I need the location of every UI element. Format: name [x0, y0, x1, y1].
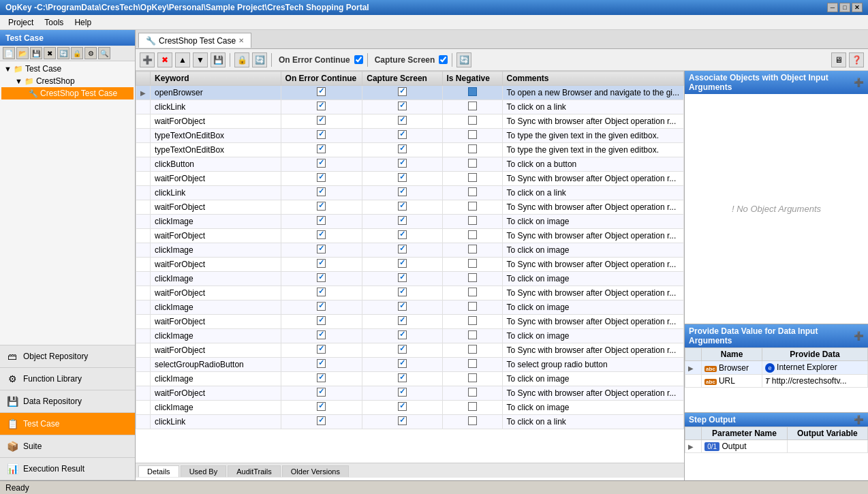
step-output-add-icon[interactable]: ➕: [854, 415, 864, 424]
row-expand[interactable]: [136, 258, 151, 272]
col-capture[interactable]: Capture Screen: [362, 72, 442, 86]
lock-button[interactable]: 🔒: [234, 52, 249, 67]
sidebar-item-test-case[interactable]: 📋 Test Case: [0, 413, 135, 435]
row-expand[interactable]: [136, 186, 151, 200]
save-button[interactable]: 💾: [211, 52, 226, 67]
row-capture[interactable]: [362, 372, 442, 386]
menu-tools[interactable]: Tools: [39, 16, 69, 29]
row-capture[interactable]: [362, 114, 442, 129]
row-capture[interactable]: [362, 315, 442, 329]
row-on-error[interactable]: [281, 329, 362, 343]
tree-new-button[interactable]: 📄: [3, 47, 15, 59]
provide-data-col-provide[interactable]: Provide Data: [762, 348, 868, 361]
tree-item-testcase-root[interactable]: ▼ 📁 Test Case: [1, 63, 134, 75]
row-expand[interactable]: [136, 200, 151, 215]
row-is-negative[interactable]: [442, 386, 502, 401]
row-on-error[interactable]: [281, 229, 362, 243]
table-scroll[interactable]: Keyword On Error Continue Capture Screen…: [136, 71, 684, 463]
capture-screen-checkbox[interactable]: [439, 55, 448, 64]
row-is-negative[interactable]: [442, 143, 502, 157]
move-up-button[interactable]: ▲: [175, 52, 190, 67]
row-on-error[interactable]: [281, 114, 362, 129]
provide-data-row2-value[interactable]: Thttp://crestechsoftv...: [762, 375, 868, 388]
col-negative[interactable]: Is Negative: [442, 72, 502, 86]
row-keyword[interactable]: waitForObject: [151, 315, 281, 329]
row-keyword[interactable]: clickImage: [151, 372, 281, 386]
row-expand[interactable]: [136, 157, 151, 172]
row-on-error[interactable]: [281, 86, 362, 100]
row-keyword[interactable]: waitForObject: [151, 386, 281, 401]
row-expand[interactable]: [136, 243, 151, 258]
row-expand[interactable]: [136, 229, 151, 243]
tree-open-button[interactable]: 📂: [16, 47, 29, 59]
row-keyword[interactable]: clickLink: [151, 186, 281, 200]
row-is-negative[interactable]: [442, 329, 502, 343]
row-on-error[interactable]: [281, 343, 362, 358]
row-keyword[interactable]: clickImage: [151, 329, 281, 343]
row-on-error[interactable]: [281, 100, 362, 114]
provide-data-row1-value[interactable]: eInternet Explorer: [762, 361, 868, 375]
row-on-error[interactable]: [281, 372, 362, 386]
row-on-error[interactable]: [281, 358, 362, 372]
tree-item-crestshop-testcase[interactable]: 🔧 CrestShop Test Case: [1, 87, 134, 99]
row-capture[interactable]: [362, 215, 442, 229]
row-keyword[interactable]: clickButton: [151, 157, 281, 172]
row-on-error[interactable]: [281, 172, 362, 186]
row-keyword[interactable]: typeTextOnEditBox: [151, 143, 281, 157]
row-is-negative[interactable]: [442, 300, 502, 315]
row-keyword[interactable]: clickImage: [151, 243, 281, 258]
row-expand[interactable]: [136, 143, 151, 157]
col-comments[interactable]: Comments: [502, 72, 684, 86]
row-capture[interactable]: [362, 172, 442, 186]
row-on-error[interactable]: [281, 186, 362, 200]
row-on-error[interactable]: [281, 215, 362, 229]
row-capture[interactable]: [362, 186, 442, 200]
tree-item-crestshop[interactable]: ▼ 📁 CrestShop: [1, 75, 134, 87]
tab-close-button[interactable]: ✕: [238, 37, 244, 44]
row-expand[interactable]: [136, 315, 151, 329]
step-output-row1-var[interactable]: [787, 440, 867, 453]
row-expand[interactable]: [136, 100, 151, 114]
add-button[interactable]: ➕: [140, 52, 155, 67]
row-keyword[interactable]: waitForObject: [151, 114, 281, 129]
row-on-error[interactable]: [281, 243, 362, 258]
row-expand[interactable]: [136, 114, 151, 129]
row-capture[interactable]: [362, 157, 442, 172]
row-capture[interactable]: [362, 258, 442, 272]
row-on-error[interactable]: [281, 300, 362, 315]
tree-settings-button[interactable]: ⚙: [84, 47, 97, 59]
row-keyword[interactable]: clickImage: [151, 215, 281, 229]
row-keyword[interactable]: clickLink: [151, 415, 281, 429]
row-on-error[interactable]: [281, 129, 362, 143]
col-on-error[interactable]: On Error Continue: [281, 72, 362, 86]
row-capture[interactable]: [362, 100, 442, 114]
row-is-negative[interactable]: [442, 100, 502, 114]
col-keyword[interactable]: Keyword: [151, 72, 281, 86]
maximize-button[interactable]: □: [839, 3, 850, 12]
row-is-negative[interactable]: [442, 172, 502, 186]
tab-crestshop-testcase[interactable]: 🔧 CrestShop Test Case ✕: [138, 33, 251, 48]
provide-data-row1-expand[interactable]: ▶: [685, 361, 702, 375]
sidebar-item-function-library[interactable]: ⚙ Function Library: [0, 368, 135, 390]
row-is-negative[interactable]: [442, 272, 502, 286]
row-on-error[interactable]: [281, 258, 362, 272]
tree-delete-button[interactable]: ✖: [44, 47, 56, 59]
sidebar-item-data-repository[interactable]: 💾 Data Repository: [0, 390, 135, 413]
row-on-error[interactable]: [281, 286, 362, 300]
delete-button[interactable]: ✖: [157, 52, 172, 67]
row-is-negative[interactable]: [442, 343, 502, 358]
row-expand[interactable]: [136, 286, 151, 300]
row-expand[interactable]: [136, 415, 151, 429]
row-expand[interactable]: [136, 358, 151, 372]
row-capture[interactable]: [362, 300, 442, 315]
sidebar-item-suite[interactable]: 📦 Suite: [0, 435, 135, 458]
row-expand[interactable]: ▶: [136, 86, 151, 100]
toolbar-icon1[interactable]: 🔄: [456, 52, 471, 67]
provide-data-col-name[interactable]: Name: [702, 348, 762, 361]
menu-project[interactable]: Project: [3, 16, 39, 29]
row-expand[interactable]: [136, 272, 151, 286]
row-is-negative[interactable]: [442, 258, 502, 272]
move-down-button[interactable]: ▼: [193, 52, 208, 67]
row-keyword[interactable]: waitForObject: [151, 258, 281, 272]
row-keyword[interactable]: waitForObject: [151, 286, 281, 300]
